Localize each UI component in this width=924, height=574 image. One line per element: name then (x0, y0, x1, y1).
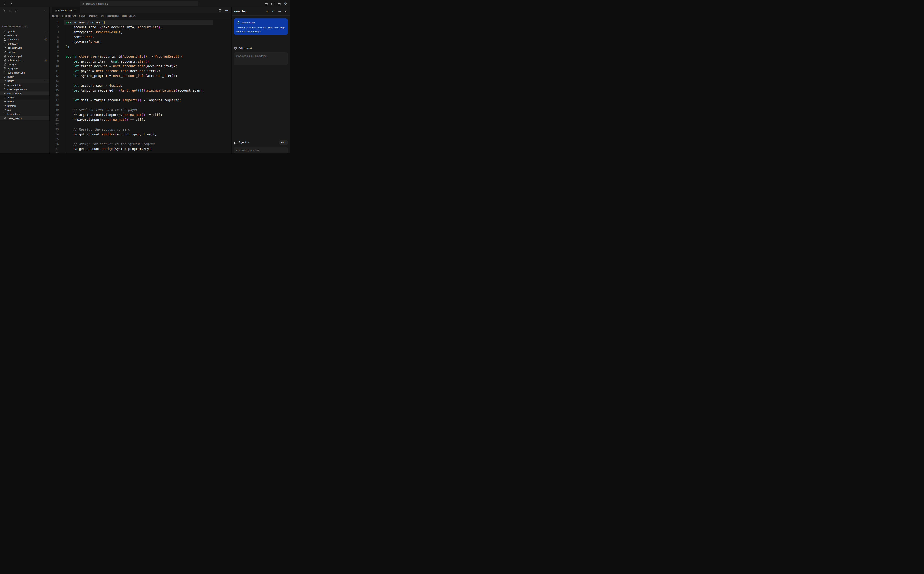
tree-folder-instructions[interactable]: instructions (0, 112, 49, 116)
tree-folder-basics[interactable]: basics— (0, 79, 49, 83)
tree-folder-program[interactable]: program (0, 104, 49, 108)
code-line-1[interactable]: 1use solana_program::{ (50, 20, 231, 25)
code-line-16[interactable]: 16 (50, 93, 231, 98)
tree-file-dependabot-yml[interactable]: dependabot.yml (0, 71, 49, 75)
breadcrumb-item-close-account[interactable]: close-account (61, 14, 76, 17)
code-line-22[interactable]: 22 (50, 122, 231, 127)
code-line-3[interactable]: 3 entrypoint::ProgramResult, (50, 30, 231, 35)
add-context-button[interactable]: + Add context (234, 47, 252, 50)
code-line-10[interactable]: 10 let target_account = next_account_inf… (50, 64, 231, 69)
code-line-7[interactable]: 7 (50, 49, 231, 54)
ask-input[interactable]: Ask about your code... (234, 147, 288, 153)
settings-gear-icon[interactable]: ⚙ (283, 2, 288, 6)
code-editor[interactable]: 1use solana_program::{2 account_info::{n… (50, 19, 231, 153)
ai-chat-panel: New chat + ↺ ⋯ × AI Assistant I'm your A… (231, 7, 290, 153)
breadcrumb-item-native[interactable]: native (79, 14, 85, 17)
forward-arrow-icon[interactable] (9, 2, 13, 6)
close-panel-icon[interactable]: × (284, 10, 287, 13)
code-line-21[interactable]: 21 **payer.lamports.borrow_mut() += diff… (50, 117, 231, 122)
tree-file-seahorse-yml[interactable]: seahorse.yml (0, 54, 49, 58)
code-text: // Send the rent back to the payer (66, 108, 138, 112)
breadcrumb-item-close-user-rs[interactable]: close_user.rs (122, 14, 136, 17)
git-status-dash: — (45, 34, 47, 37)
search-icon[interactable] (8, 9, 12, 13)
tree-item-label: steel.yml (8, 63, 17, 66)
tree-item-label: anchor (7, 96, 15, 99)
editor-pane: close_user.rs × ••• basics›close-account… (50, 7, 231, 153)
code-line-8[interactable]: 8pub fn close_user(accounts: &[AccountIn… (50, 54, 231, 59)
plan-input[interactable]: Plan, search, build anything (234, 52, 288, 65)
code-line-25[interactable]: 25 (50, 137, 231, 142)
code-line-6[interactable]: 6}; (50, 44, 231, 49)
tree-file-anchor-yml[interactable]: anchor.yml3 (0, 38, 49, 42)
breadcrumb-item-src[interactable]: src (101, 14, 104, 17)
code-line-4[interactable]: 4 rent::Rent, (50, 35, 231, 39)
tree-folder-anchor[interactable]: anchor (0, 95, 49, 99)
breadcrumb[interactable]: basics›close-account›native›program›src›… (50, 13, 231, 19)
code-line-27[interactable]: 27 target_account.assign(system_program.… (50, 147, 231, 151)
tree-file-steel-yml[interactable]: steel.yml (0, 62, 49, 66)
code-line-5[interactable]: 5 sysvar::Sysvar, (50, 39, 231, 44)
code-line-12[interactable]: 12 let system_program = next_account_inf… (50, 73, 231, 78)
code-line-9[interactable]: 9 let accounts_iter = &mut accounts.iter… (50, 59, 231, 64)
tree-folder-checking-accounts[interactable]: checking-accounts (0, 87, 49, 91)
tree-item-label: anchor.yml (8, 38, 19, 41)
horizontal-scrollbar[interactable] (50, 153, 65, 153)
code-line-17[interactable]: 17 let diff = target_account.lamports() … (50, 98, 231, 102)
code-line-24[interactable]: 24 target_account.realloc(account_span, … (50, 132, 231, 137)
code-line-26[interactable]: 26 // Assign the account to the System P… (50, 142, 231, 146)
tree-file-biome-yml[interactable]: biome.yml (0, 42, 49, 46)
tree-folder-native[interactable]: native (0, 100, 49, 104)
panel-top-toggle-icon[interactable] (264, 2, 268, 6)
code-line-15[interactable]: 15 let lamports_required = (Rent::get()?… (50, 88, 231, 93)
code-line-23[interactable]: 23 // Realloc the account to zero (50, 127, 231, 132)
breadcrumb-item-instructions[interactable]: instructions (107, 14, 119, 17)
agent-mode-selector[interactable]: Auto (279, 140, 288, 145)
code-line-28[interactable]: 28 (50, 151, 231, 153)
panel-columns-icon[interactable] (277, 2, 281, 6)
code-line-2[interactable]: 2 account_info::{next_account_info, Acco… (50, 25, 231, 30)
chevron-down-icon[interactable] (44, 9, 47, 13)
tree-file-rust-yml[interactable]: rust.yml (0, 50, 49, 54)
tree-file-close-user-rs[interactable]: close_user.rs (0, 116, 49, 120)
code-text: target_account.assign(system_program.key… (66, 147, 153, 151)
split-editor-icon[interactable] (218, 8, 222, 13)
code-line-19[interactable]: 19 // Send the rent back to the payer (50, 107, 231, 112)
breadcrumb-separator: › (60, 14, 60, 17)
tree-file-poseidon-yml[interactable]: poseidon.yml (0, 46, 49, 50)
tree-file-solana-native-[interactable]: solana-native...3 (0, 58, 49, 62)
code-line-18[interactable]: 18 (50, 102, 231, 107)
history-icon[interactable]: ↺ (272, 10, 275, 13)
breadcrumb-item-program[interactable]: program (89, 14, 97, 17)
file-icon[interactable] (2, 9, 6, 13)
back-arrow-icon[interactable] (3, 2, 7, 6)
tree-folder-account-data[interactable]: account-data (0, 83, 49, 87)
project-search-input[interactable]: program-examples-1 (80, 1, 198, 6)
code-line-20[interactable]: 20 **target_account.lamports.borrow_mut(… (50, 112, 231, 117)
window-square-icon[interactable] (270, 2, 275, 6)
tab-close-icon[interactable]: × (74, 9, 76, 12)
code-line-11[interactable]: 11 let payer = next_account_info(account… (50, 69, 231, 73)
code-line-13[interactable]: 13 (50, 79, 231, 83)
new-chat-plus-icon[interactable]: + (266, 10, 269, 13)
breadcrumb-item-basics[interactable]: basics (52, 14, 58, 17)
git-branch-icon[interactable] (15, 9, 18, 13)
file-code-icon (4, 38, 6, 41)
tab-close-user-rs[interactable]: close_user.rs × (52, 7, 80, 13)
tree-folder-src[interactable]: src (0, 108, 49, 112)
more-ellipsis-icon[interactable]: ⋯ (278, 10, 281, 13)
more-options-icon[interactable]: ••• (225, 8, 229, 13)
tree-folder--github[interactable]: .github— (0, 29, 49, 33)
line-number: 6 (50, 45, 59, 49)
plan-input-placeholder: Plan, search, build anything (236, 55, 286, 57)
assistant-card-title: AI Assistant (241, 21, 255, 24)
nav-arrows (3, 0, 13, 7)
tree-folder-close-account[interactable]: close-account (0, 91, 49, 95)
tree-file--ghignore[interactable]: .ghignore (0, 66, 49, 71)
line-number: 17 (50, 99, 59, 102)
tree-folder-workflows[interactable]: workflows— (0, 33, 49, 37)
robot-icon (236, 21, 240, 24)
tree-folder-husky[interactable]: husky (0, 75, 49, 79)
file-code-icon (4, 55, 6, 57)
code-line-14[interactable]: 14 let account_span = 0usize; (50, 83, 231, 88)
